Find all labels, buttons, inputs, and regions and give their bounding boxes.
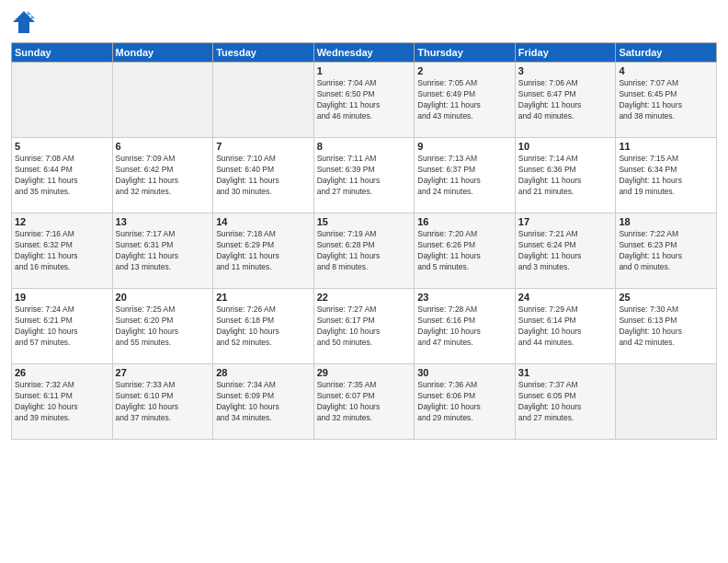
day-number: 4 [619, 65, 713, 76]
day-info: Sunrise: 7:07 AM Sunset: 6:45 PM Dayligh… [619, 78, 713, 122]
day-number: 8 [317, 141, 412, 152]
day-info: Sunrise: 7:29 AM Sunset: 6:14 PM Dayligh… [518, 304, 613, 349]
day-of-week-header: Sunday [12, 43, 113, 63]
calendar-day-cell [112, 63, 213, 138]
day-info: Sunrise: 7:21 AM Sunset: 6:24 PM Dayligh… [518, 229, 613, 273]
calendar-day-cell: 24Sunrise: 7:29 AM Sunset: 6:14 PM Dayli… [515, 289, 616, 364]
calendar-day-cell: 17Sunrise: 7:21 AM Sunset: 6:24 PM Dayli… [515, 213, 616, 289]
day-info: Sunrise: 7:11 AM Sunset: 6:39 PM Dayligh… [317, 154, 412, 198]
calendar-day-cell: 4Sunrise: 7:07 AM Sunset: 6:45 PM Daylig… [616, 63, 717, 138]
day-info: Sunrise: 7:26 AM Sunset: 6:18 PM Dayligh… [216, 304, 311, 349]
calendar-day-cell: 10Sunrise: 7:14 AM Sunset: 6:36 PM Dayli… [515, 138, 616, 213]
day-of-week-header: Thursday [415, 43, 516, 63]
day-number: 22 [317, 292, 412, 303]
calendar-day-cell: 9Sunrise: 7:13 AM Sunset: 6:37 PM Daylig… [415, 138, 516, 213]
day-number: 11 [619, 141, 713, 152]
calendar-day-cell: 6Sunrise: 7:09 AM Sunset: 6:42 PM Daylig… [112, 138, 213, 213]
day-number: 9 [417, 141, 512, 152]
day-info: Sunrise: 7:19 AM Sunset: 6:28 PM Dayligh… [317, 229, 412, 273]
day-number: 16 [417, 216, 512, 227]
calendar-week-row: 12Sunrise: 7:16 AM Sunset: 6:32 PM Dayli… [12, 213, 717, 289]
day-info: Sunrise: 7:37 AM Sunset: 6:05 PM Dayligh… [518, 380, 613, 424]
calendar-day-cell: 27Sunrise: 7:33 AM Sunset: 6:10 PM Dayli… [112, 364, 213, 440]
day-info: Sunrise: 7:34 AM Sunset: 6:09 PM Dayligh… [216, 380, 311, 424]
day-number: 30 [417, 367, 512, 378]
day-number: 17 [518, 216, 613, 227]
calendar-day-cell: 28Sunrise: 7:34 AM Sunset: 6:09 PM Dayli… [213, 364, 314, 440]
day-info: Sunrise: 7:36 AM Sunset: 6:06 PM Dayligh… [417, 380, 512, 424]
day-info: Sunrise: 7:35 AM Sunset: 6:07 PM Dayligh… [317, 380, 412, 424]
day-info: Sunrise: 7:16 AM Sunset: 6:32 PM Dayligh… [15, 229, 109, 273]
calendar-day-cell [213, 63, 314, 138]
day-info: Sunrise: 7:06 AM Sunset: 6:47 PM Dayligh… [518, 78, 613, 122]
calendar-day-cell [12, 63, 113, 138]
day-info: Sunrise: 7:22 AM Sunset: 6:23 PM Dayligh… [619, 229, 713, 273]
calendar-day-cell: 8Sunrise: 7:11 AM Sunset: 6:39 PM Daylig… [313, 138, 415, 213]
calendar-day-cell: 16Sunrise: 7:20 AM Sunset: 6:26 PM Dayli… [415, 213, 516, 289]
day-number: 6 [116, 141, 210, 152]
calendar-week-row: 26Sunrise: 7:32 AM Sunset: 6:11 PM Dayli… [12, 364, 717, 440]
day-info: Sunrise: 7:30 AM Sunset: 6:13 PM Dayligh… [619, 304, 713, 349]
day-info: Sunrise: 7:09 AM Sunset: 6:42 PM Dayligh… [116, 154, 210, 198]
day-of-week-header: Tuesday [213, 43, 314, 63]
calendar-week-row: 1Sunrise: 7:04 AM Sunset: 6:50 PM Daylig… [12, 63, 717, 138]
calendar-day-cell: 29Sunrise: 7:35 AM Sunset: 6:07 PM Dayli… [313, 364, 415, 440]
day-info: Sunrise: 7:04 AM Sunset: 6:50 PM Dayligh… [317, 78, 412, 122]
day-number: 7 [216, 141, 311, 152]
day-of-week-header: Friday [515, 43, 616, 63]
day-info: Sunrise: 7:17 AM Sunset: 6:31 PM Dayligh… [116, 229, 210, 273]
calendar-day-cell: 19Sunrise: 7:24 AM Sunset: 6:21 PM Dayli… [12, 289, 113, 364]
day-number: 29 [317, 367, 412, 378]
day-number: 27 [116, 367, 210, 378]
day-number: 21 [216, 292, 311, 303]
day-number: 28 [216, 367, 311, 378]
day-number: 5 [15, 141, 109, 152]
day-number: 31 [518, 367, 613, 378]
page: SundayMondayTuesdayWednesdayThursdayFrid… [0, 0, 728, 563]
day-number: 12 [15, 216, 109, 227]
calendar-day-cell: 15Sunrise: 7:19 AM Sunset: 6:28 PM Dayli… [313, 213, 415, 289]
calendar-day-cell: 31Sunrise: 7:37 AM Sunset: 6:05 PM Dayli… [515, 364, 616, 440]
day-of-week-header: Monday [112, 43, 213, 63]
day-info: Sunrise: 7:24 AM Sunset: 6:21 PM Dayligh… [15, 304, 109, 349]
day-info: Sunrise: 7:08 AM Sunset: 6:44 PM Dayligh… [15, 154, 109, 198]
day-info: Sunrise: 7:33 AM Sunset: 6:10 PM Dayligh… [116, 380, 210, 424]
calendar-day-cell: 1Sunrise: 7:04 AM Sunset: 6:50 PM Daylig… [313, 63, 415, 138]
day-number: 15 [317, 216, 412, 227]
day-number: 24 [518, 292, 613, 303]
calendar-day-cell: 21Sunrise: 7:26 AM Sunset: 6:18 PM Dayli… [213, 289, 314, 364]
calendar-day-cell: 18Sunrise: 7:22 AM Sunset: 6:23 PM Dayli… [616, 213, 717, 289]
calendar-week-row: 19Sunrise: 7:24 AM Sunset: 6:21 PM Dayli… [12, 289, 717, 364]
calendar-day-cell: 30Sunrise: 7:36 AM Sunset: 6:06 PM Dayli… [415, 364, 516, 440]
day-info: Sunrise: 7:25 AM Sunset: 6:20 PM Dayligh… [116, 304, 210, 349]
day-number: 18 [619, 216, 713, 227]
day-number: 20 [116, 292, 210, 303]
day-number: 25 [619, 292, 713, 303]
day-info: Sunrise: 7:32 AM Sunset: 6:11 PM Dayligh… [15, 380, 109, 424]
day-number: 19 [15, 292, 109, 303]
calendar-day-cell: 2Sunrise: 7:05 AM Sunset: 6:49 PM Daylig… [415, 63, 516, 138]
day-number: 13 [116, 216, 210, 227]
calendar-day-cell: 13Sunrise: 7:17 AM Sunset: 6:31 PM Dayli… [112, 213, 213, 289]
calendar-day-cell: 23Sunrise: 7:28 AM Sunset: 6:16 PM Dayli… [415, 289, 516, 364]
day-number: 2 [417, 65, 512, 76]
day-number: 23 [417, 292, 512, 303]
day-info: Sunrise: 7:13 AM Sunset: 6:37 PM Dayligh… [417, 154, 512, 198]
calendar-day-cell: 25Sunrise: 7:30 AM Sunset: 6:13 PM Dayli… [616, 289, 717, 364]
svg-marker-1 [13, 11, 35, 33]
calendar-table: SundayMondayTuesdayWednesdayThursdayFrid… [11, 42, 717, 440]
calendar-week-row: 5Sunrise: 7:08 AM Sunset: 6:44 PM Daylig… [12, 138, 717, 213]
day-info: Sunrise: 7:18 AM Sunset: 6:29 PM Dayligh… [216, 229, 311, 273]
calendar-day-cell: 12Sunrise: 7:16 AM Sunset: 6:32 PM Dayli… [12, 213, 113, 289]
calendar-day-cell: 3Sunrise: 7:06 AM Sunset: 6:47 PM Daylig… [515, 63, 616, 138]
day-of-week-header: Wednesday [313, 43, 415, 63]
day-info: Sunrise: 7:14 AM Sunset: 6:36 PM Dayligh… [518, 154, 613, 198]
day-info: Sunrise: 7:28 AM Sunset: 6:16 PM Dayligh… [417, 304, 512, 349]
calendar-day-cell: 26Sunrise: 7:32 AM Sunset: 6:11 PM Dayli… [12, 364, 113, 440]
day-info: Sunrise: 7:05 AM Sunset: 6:49 PM Dayligh… [417, 78, 512, 122]
logo-icon [11, 9, 37, 35]
calendar-day-cell: 20Sunrise: 7:25 AM Sunset: 6:20 PM Dayli… [112, 289, 213, 364]
calendar-day-cell: 11Sunrise: 7:15 AM Sunset: 6:34 PM Dayli… [616, 138, 717, 213]
day-number: 14 [216, 216, 311, 227]
day-info: Sunrise: 7:27 AM Sunset: 6:17 PM Dayligh… [317, 304, 412, 349]
